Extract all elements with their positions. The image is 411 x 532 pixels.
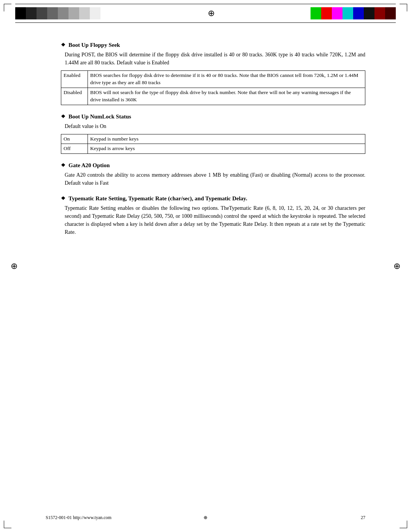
swatch-cyan <box>342 7 353 19</box>
swatch-dark1 <box>26 7 37 19</box>
color-strip-right <box>311 7 396 19</box>
side-crosshair-right-icon: ⊕ <box>393 261 400 271</box>
color-strip-left <box>15 7 100 19</box>
swatch-dark2 <box>37 7 47 19</box>
table-cell-desc: BIOS will not search for the type of flo… <box>88 88 365 105</box>
swatch-mid2 <box>58 7 68 19</box>
footer-left-text: S1572-001-01 http://www.tyan.com <box>46 515 112 521</box>
heading-gate-a20: ❖ Gate A20 Option <box>61 162 365 169</box>
table-row: On Keypad is number keys <box>61 134 365 144</box>
bullet-diamond-icon-2: ❖ <box>61 113 65 120</box>
heading-typematic: ❖ Typematic Rate Setting, Typematic Rate… <box>61 195 365 202</box>
swatch-magenta <box>332 7 342 19</box>
swatch-green <box>311 7 321 19</box>
swatch-dark-red <box>374 7 385 19</box>
swatch-red <box>321 7 332 19</box>
bullet-diamond-icon-4: ❖ <box>61 195 65 201</box>
body-typematic: Typematic Rate Setting enables or disabl… <box>65 204 365 236</box>
corner-br <box>400 521 407 528</box>
table-boot-floppy: Enabled BIOS searches for floppy disk dr… <box>61 70 365 105</box>
swatch-white <box>90 7 100 19</box>
table-row: Enabled BIOS searches for floppy disk dr… <box>61 71 365 88</box>
swatch-black <box>15 7 26 19</box>
swatch-blue <box>353 7 364 19</box>
table-cell-label: Enabled <box>61 71 88 88</box>
table-cell-desc: BIOS searches for floppy disk drive to d… <box>88 71 365 88</box>
footer-page-number: 27 <box>361 515 365 521</box>
table-cell-label: Disabled <box>61 88 88 105</box>
table-cell-label: Off <box>61 144 88 154</box>
bullet-diamond-icon-3: ❖ <box>61 162 65 168</box>
header-container: ⊕ <box>0 0 411 23</box>
section-boot-numlock: ❖ Boot Up NumLock Status Default value i… <box>61 113 365 154</box>
heading-boot-numlock: ❖ Boot Up NumLock Status <box>61 113 365 120</box>
table-row: Off Keypad is arrow keys <box>61 144 365 154</box>
footer-crosshair-icon: ⊕ <box>204 515 207 521</box>
table-boot-numlock: On Keypad is number keys Off Keypad is a… <box>61 134 365 154</box>
header-bar: ⊕ <box>15 4 396 23</box>
swatch-mid1 <box>47 7 58 19</box>
bullet-diamond-icon: ❖ <box>61 42 65 48</box>
footer: S1572-001-01 http://www.tyan.com ⊕ 27 <box>0 515 411 521</box>
left-color-strip-group <box>15 7 112 19</box>
table-row: Disabled BIOS will not search for the ty… <box>61 88 365 105</box>
swatch-near-black <box>364 7 374 19</box>
side-crosshair-left-icon: ⊕ <box>11 261 18 271</box>
table-cell-desc: Keypad is arrow keys <box>88 144 365 154</box>
body-boot-floppy: During POST, the BIOS will determine if … <box>65 51 365 67</box>
body-gate-a20: Gate A20 controls the ability to access … <box>65 171 365 187</box>
corner-bl <box>4 521 11 528</box>
heading-gate-a20-text: Gate A20 Option <box>68 162 110 169</box>
swatch-light1 <box>68 7 79 19</box>
body-boot-numlock: Default value is On <box>65 122 365 130</box>
header-crosshair-icon: ⊕ <box>208 8 215 18</box>
section-boot-floppy: ❖ Boot Up Floppy Seek During POST, the B… <box>61 42 365 105</box>
heading-typematic-text: Typematic Rate Setting, Typematic Rate (… <box>68 195 247 202</box>
main-content: ❖ Boot Up Floppy Seek During POST, the B… <box>0 30 411 267</box>
table-cell-desc: Keypad is number keys <box>88 134 365 144</box>
heading-boot-floppy-text: Boot Up Floppy Seek <box>68 42 120 48</box>
section-gate-a20: ❖ Gate A20 Option Gate A20 controls the … <box>61 162 365 187</box>
section-typematic: ❖ Typematic Rate Setting, Typematic Rate… <box>61 195 365 236</box>
swatch-darker-red <box>385 7 396 19</box>
heading-boot-numlock-text: Boot Up NumLock Status <box>68 113 131 120</box>
swatch-light2 <box>79 7 90 19</box>
table-cell-label: On <box>61 134 88 144</box>
heading-boot-floppy: ❖ Boot Up Floppy Seek <box>61 42 365 48</box>
